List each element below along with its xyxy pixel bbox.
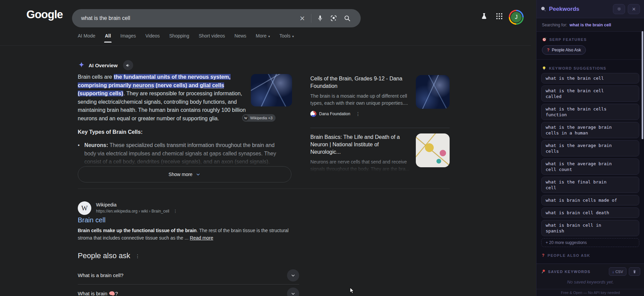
show-more-button[interactable]: Show more (78, 166, 291, 182)
paa-options-icon[interactable] (135, 253, 140, 259)
keyword-suggestion[interactable]: what is the brain cell (541, 73, 639, 83)
avatar-initial: J (510, 11, 522, 23)
target-icon (542, 37, 547, 42)
chevron-down-icon (291, 291, 295, 296)
sidebar-paa-heading: ? PEOPLE ALSO ASK (536, 250, 644, 261)
neurons-bullet: • Neurons: These specialized cells trans… (78, 141, 285, 167)
tab-videos[interactable]: Videos (145, 33, 160, 43)
export-csv-button[interactable]: CSV (609, 267, 626, 276)
wikipedia-mini-icon: W (243, 115, 248, 121)
keyword-suggestion[interactable]: what is brain cell death (541, 207, 639, 218)
card-thumbnail[interactable] (416, 75, 450, 109)
keyword-suggestion[interactable]: what is brain cell in spanish (541, 220, 639, 236)
paa-question-row[interactable]: What is a brain cell? (78, 266, 299, 285)
magnifier-icon (541, 6, 546, 12)
settings-button[interactable] (613, 4, 625, 14)
keyword-suggestion[interactable]: what is the final brain cell (541, 177, 639, 193)
more-options-icon[interactable] (356, 111, 360, 117)
saved-keywords-panel: SAVED KEYWORDS CSV No saved keywords yet… (536, 264, 644, 296)
serp-feature-paa-pill[interactable]: ? People Also Ask (542, 45, 586, 55)
clear-icon[interactable] (295, 11, 309, 25)
result-title-link[interactable]: Brain cell (78, 216, 105, 224)
people-also-ask-heading: People also ask (78, 251, 130, 260)
close-panel-button[interactable] (628, 4, 640, 14)
apps-grid-icon[interactable] (496, 13, 503, 20)
source-card-dana: Cells of the Brain, Grades 9-12 - Dana F… (310, 75, 450, 122)
search-input[interactable] (72, 15, 295, 21)
bulb-icon (542, 66, 546, 70)
peekwords-footer: Free & Open — No API key needed (536, 289, 644, 296)
account-avatar[interactable]: J (509, 10, 524, 25)
keyword-suggestion[interactable]: what is brain cells made of (541, 195, 639, 205)
lens-icon[interactable] (327, 11, 340, 25)
tab-images[interactable]: Images (120, 33, 136, 43)
chevron-down-icon (291, 273, 295, 278)
current-query: what is the brain cell (570, 23, 611, 27)
serp-features-heading: SERP FEATURES (536, 32, 644, 45)
results-divider (78, 189, 450, 189)
tab-shopping[interactable]: Shopping (169, 33, 189, 43)
result-url[interactable]: https://en.wikipedia.org › wiki › Brain_… (96, 209, 169, 214)
keyword-suggestion[interactable]: what is the average brain cells (541, 140, 639, 156)
search-divider (311, 14, 311, 23)
pin-icon (541, 269, 546, 274)
ai-overview-label: AI Overview (89, 63, 118, 68)
page-scrollbar[interactable] (642, 31, 643, 139)
clear-saved-button[interactable] (629, 267, 640, 276)
tab-more[interactable]: More (256, 33, 270, 43)
peekwords-header: Peekwords (536, 0, 644, 18)
result-site-name[interactable]: Wikipedia (96, 202, 117, 207)
result-tabs: AI Mode All Images Videos Shopping Short… (78, 33, 294, 43)
neurons-link[interactable]: neurons (133, 82, 154, 88)
source-card-ninds: Brain Basics: The Life and Death of a Ne… (310, 128, 450, 173)
keyword-suggestion[interactable]: what is the brain cell called (541, 85, 639, 102)
google-logo[interactable]: Google (26, 8, 63, 21)
card-title[interactable]: Brain Basics: The Life and Death of a Ne… (310, 133, 408, 156)
text-fade-overlay (310, 161, 410, 173)
card-title[interactable]: Cells of the Brain, Grades 9-12 - Dana F… (310, 75, 408, 90)
listen-button[interactable] (123, 60, 133, 70)
trash-icon (633, 270, 637, 274)
peekwords-title: Peekwords (549, 6, 610, 13)
mouse-cursor (349, 287, 355, 294)
expand-question-button[interactable] (287, 288, 299, 296)
keyword-suggestion[interactable]: what is the brain cells function (541, 104, 639, 120)
question-icon: ? (542, 253, 545, 258)
result-options-icon[interactable] (173, 209, 177, 214)
glial-cells-link[interactable]: glial cells (200, 82, 224, 88)
source-chip[interactable]: W Wikipedia +3 (242, 114, 276, 122)
expand-question-button[interactable] (287, 269, 299, 281)
mic-icon[interactable] (313, 11, 327, 25)
search-icon[interactable] (340, 11, 354, 25)
ai-overview-image[interactable] (251, 74, 292, 106)
read-more-link[interactable]: Read more (190, 235, 213, 241)
keyword-suggestion[interactable]: what is the average brain cell count (541, 158, 639, 175)
keyword-suggestion[interactable]: what is the average brain cells in a hum… (541, 122, 639, 138)
tabs-divider (0, 45, 531, 46)
speaker-icon (125, 63, 130, 68)
tab-tools[interactable]: Tools (279, 33, 294, 43)
search-box[interactable] (72, 9, 361, 27)
dana-favicon (310, 111, 316, 117)
searching-for-bar: Searching for: what is the brain cell (536, 18, 644, 32)
wikipedia-favicon[interactable]: W (78, 201, 91, 215)
empty-saved-message: No saved keywords yet. (536, 279, 644, 285)
tab-ai-mode[interactable]: AI Mode (78, 33, 95, 43)
tab-all[interactable]: All (105, 33, 111, 43)
card-desc: The brain is a mosaic made up of differe… (310, 93, 410, 107)
paa-question-row[interactable]: What is brain 🧠? (78, 285, 299, 296)
tab-news[interactable]: News (235, 33, 246, 43)
ai-star-icon (78, 61, 85, 69)
chevron-down-icon (196, 172, 200, 177)
keyword-suggestions-heading: KEYWORD SUGGESTIONS (536, 60, 644, 73)
more-suggestions-button[interactable]: + 20 more suggestions (541, 238, 639, 247)
google-search-page: Google J AI Mode All Ima (0, 0, 644, 296)
card-source: Dana Foundation (319, 112, 350, 116)
key-types-heading: Key Types of Brain Cells: (78, 129, 143, 135)
card-thumbnail[interactable] (416, 133, 450, 167)
result-snippet: Brain cells make up the functional tissu… (78, 227, 291, 242)
section-divider (536, 59, 644, 60)
tab-short-videos[interactable]: Short videos (199, 33, 225, 43)
download-icon (612, 270, 614, 274)
labs-flask-icon[interactable] (480, 12, 488, 20)
